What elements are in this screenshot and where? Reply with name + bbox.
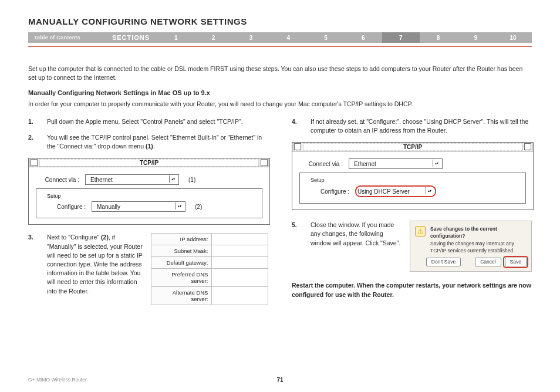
step-4: 4. If not already set, at "Configure:", … (292, 117, 532, 135)
alert-body: Saving the changes may interrupt any TCP… (430, 241, 527, 254)
subheading: Manually Configuring Network Settings in… (28, 89, 532, 96)
nav-toc[interactable]: Table of Contents (28, 32, 104, 43)
table-cell-value[interactable] (212, 234, 268, 245)
nav-sections-label: SECTIONS (104, 32, 157, 43)
close-box-icon[interactable] (294, 143, 301, 150)
setup-group: Setup Configure : Using DHCP Server ▴▾ (299, 173, 526, 204)
connect-via-label: Connect via : (36, 177, 79, 183)
page-footer: G+ MIMO Wireless Router 71 (28, 377, 532, 383)
tcpip-window-1: TCP/IP Connect via : Ethernet ▴▾ (1) Set… (28, 158, 270, 225)
page-title: MANUALLY CONFIGURING NETWORK SETTINGS (28, 16, 532, 26)
intro-text: Set up the computer that is connected to… (28, 65, 532, 82)
nav-section-1[interactable]: 1 (157, 32, 195, 43)
table-row: Default gateway: (151, 257, 268, 269)
table-cell-label: Alternate DNS server: (151, 287, 212, 305)
left-column: 1. Pull down the Apple menu. Select "Con… (28, 117, 268, 306)
step-number: 4. (292, 117, 300, 135)
connect-via-select[interactable]: Ethernet ▴▾ (85, 174, 179, 185)
right-column: 4. If not already set, at "Configure:", … (292, 117, 532, 306)
window-title: TCP/IP (40, 160, 258, 166)
connect-via-label: Connect via : (299, 161, 343, 167)
nav-section-7[interactable]: 7 (382, 32, 420, 43)
table-cell-value[interactable] (212, 245, 268, 257)
table-cell-label: Subnet Mask: (151, 245, 212, 257)
table-cell-value[interactable] (212, 269, 268, 287)
table-row: Alternate DNS server: (151, 287, 268, 305)
table-cell-value[interactable] (212, 257, 268, 269)
dropdown-arrows-icon: ▴▾ (176, 202, 183, 209)
dont-save-button[interactable]: Don't Save (426, 258, 461, 266)
step-number: 5. (292, 221, 300, 248)
step-number: 2. (28, 133, 36, 151)
footer-product: G+ MIMO Wireless Router (28, 377, 87, 383)
document-page: MANUALLY CONFIGURING NETWORK SETTINGS Ta… (0, 0, 560, 392)
cancel-button[interactable]: Cancel (475, 258, 501, 266)
nav-section-10[interactable]: 10 (494, 32, 532, 43)
nav-section-numbers: 12345678910 (157, 32, 532, 43)
mac-titlebar: TCP/IP (29, 158, 269, 167)
configure-label: Configure : (42, 204, 86, 210)
table-row: Subnet Mask: (151, 245, 268, 257)
save-button[interactable]: Save (505, 258, 527, 266)
configure-select[interactable]: Manually ▴▾ (92, 201, 185, 212)
page-number: 71 (276, 377, 283, 383)
warning-icon: ⚠ (415, 226, 426, 236)
dropdown-arrows-icon: ▴▾ (426, 187, 433, 194)
window-title: TCP/IP (303, 144, 522, 150)
alert-heading: Save changes to the current configuratio… (430, 226, 527, 239)
save-alert-dialog: ⚠ Save changes to the current configurat… (410, 221, 532, 272)
section-navbar: Table of Contents SECTIONS 12345678910 (28, 32, 532, 43)
nav-section-3[interactable]: 3 (232, 32, 270, 43)
step-text: Next to "Configure" (2), if "Manually" i… (47, 233, 143, 296)
dropdown-arrows-icon: ▴▾ (433, 160, 440, 167)
nav-section-8[interactable]: 8 (420, 32, 457, 43)
step-number: 3. (28, 233, 36, 296)
table-cell-label: Preferred DNS server: (151, 269, 212, 287)
nav-section-6[interactable]: 6 (345, 32, 382, 43)
divider (28, 46, 532, 47)
step-text: Pull down the Apple menu. Select "Contro… (47, 117, 268, 126)
step-3: 3. Next to "Configure" (2), if "Manually… (28, 233, 143, 296)
step-2: 2. You will see the TCP/IP control panel… (28, 133, 268, 151)
zoom-box-icon[interactable] (524, 143, 531, 150)
table-cell-label: Default gateway: (151, 257, 212, 269)
step-text: Close the window. If you made any change… (311, 221, 402, 248)
dropdown-arrows-icon: ▴▾ (169, 175, 177, 183)
tcpip-window-2: TCP/IP Connect via : Ethernet ▴▾ Setup (292, 142, 534, 210)
table-row: IP address: (151, 234, 268, 245)
step-1: 1. Pull down the Apple menu. Select "Con… (28, 117, 268, 126)
close-box-icon[interactable] (31, 159, 38, 166)
table-row: Preferred DNS server: (151, 269, 268, 287)
nav-section-2[interactable]: 2 (195, 32, 232, 43)
intro-text-2: In order for your computer to properly c… (28, 100, 532, 109)
configure-label: Configure : (306, 188, 349, 195)
address-table: IP address:Subnet Mask:Default gateway:P… (151, 233, 268, 305)
setup-legend: Setup (308, 177, 327, 183)
nav-section-4[interactable]: 4 (269, 32, 307, 43)
table-cell-value[interactable] (212, 287, 268, 305)
mac-titlebar: TCP/IP (292, 143, 533, 151)
step-text: If not already set, at "Configure:", cho… (311, 117, 532, 135)
step-number: 1. (28, 117, 36, 126)
nav-section-5[interactable]: 5 (307, 32, 345, 43)
restart-note: Restart the computer. When the computer … (292, 281, 532, 299)
setup-group: Setup Configure : Manually ▴▾ (2) (36, 188, 262, 218)
setup-legend: Setup (45, 193, 63, 199)
step-5: 5. Close the window. If you made any cha… (292, 221, 402, 248)
annotation-1: (1) (188, 177, 195, 183)
table-cell-label: IP address: (151, 234, 212, 245)
zoom-box-icon[interactable] (261, 159, 268, 166)
step-text: You will see the TCP/IP control panel. S… (47, 133, 268, 151)
configure-select-highlighted[interactable]: Using DHCP Server ▴▾ (355, 185, 436, 197)
annotation-2: (2) (195, 204, 202, 210)
nav-section-9[interactable]: 9 (457, 32, 494, 43)
connect-via-select[interactable]: Ethernet ▴▾ (349, 158, 443, 169)
